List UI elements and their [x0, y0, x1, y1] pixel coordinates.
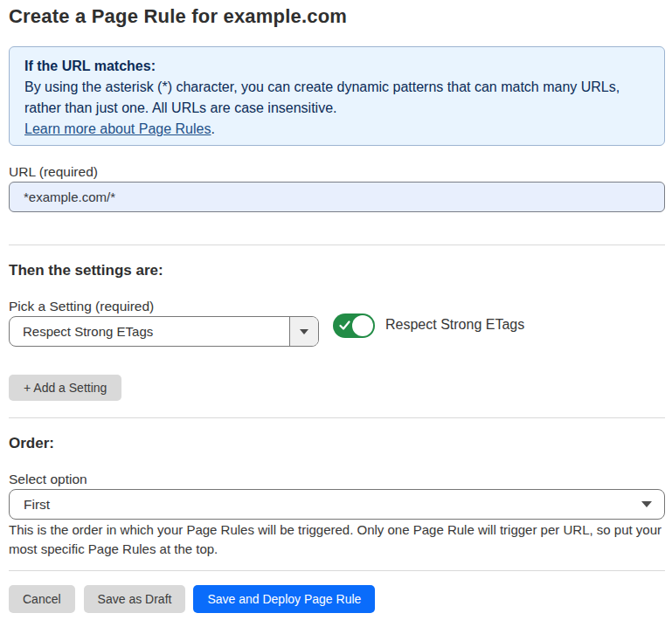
- setting-controls-row: Respect Strong ETags Respect Strong ETag…: [9, 316, 665, 347]
- pick-setting-label: Pick a Setting (required): [9, 298, 665, 315]
- page-rule-form: Create a Page Rule for example.com If th…: [0, 4, 672, 613]
- toggle-label: Respect Strong ETags: [385, 316, 524, 334]
- divider-footer: [9, 570, 665, 571]
- setting-dropdown-button[interactable]: [289, 317, 318, 346]
- page-title: Create a Page Rule for example.com: [9, 4, 665, 29]
- chevron-down-icon: [300, 329, 308, 334]
- save-deploy-button[interactable]: Save and Deploy Page Rule: [193, 585, 375, 613]
- footer-actions: Cancel Save as Draft Save and Deploy Pag…: [9, 585, 665, 613]
- info-box-link-line: Learn more about Page Rules.: [24, 119, 649, 140]
- info-box-heading: If the URL matches:: [24, 56, 649, 77]
- setting-dropdown[interactable]: Respect Strong ETags: [9, 316, 319, 347]
- link-suffix: .: [211, 121, 214, 136]
- info-box-body: By using the asterisk (*) character, you…: [24, 77, 649, 119]
- url-input[interactable]: [9, 182, 665, 212]
- setting-dropdown-value: Respect Strong ETags: [10, 317, 289, 346]
- cancel-button[interactable]: Cancel: [9, 585, 75, 613]
- order-help-text: This is the order in which your Page Rul…: [9, 520, 665, 559]
- order-select-value: First: [10, 490, 664, 519]
- order-heading: Order:: [9, 434, 665, 453]
- divider-settings-order: [9, 417, 665, 418]
- divider-url-settings: [9, 245, 665, 245]
- add-setting-button[interactable]: + Add a Setting: [9, 375, 121, 401]
- select-chevron-down-icon: [641, 490, 652, 519]
- order-select[interactable]: First: [9, 489, 665, 520]
- etags-toggle[interactable]: [333, 314, 375, 338]
- toggle-knob: [352, 315, 373, 336]
- save-draft-button[interactable]: Save as Draft: [84, 585, 186, 613]
- learn-more-link[interactable]: Learn more about Page Rules: [24, 121, 211, 136]
- settings-heading: Then the settings are:: [9, 261, 665, 280]
- check-icon: [339, 320, 350, 331]
- select-option-label: Select option: [9, 471, 665, 488]
- url-field-label: URL (required): [9, 163, 665, 181]
- url-match-info-box: If the URL matches: By using the asteris…: [9, 46, 665, 146]
